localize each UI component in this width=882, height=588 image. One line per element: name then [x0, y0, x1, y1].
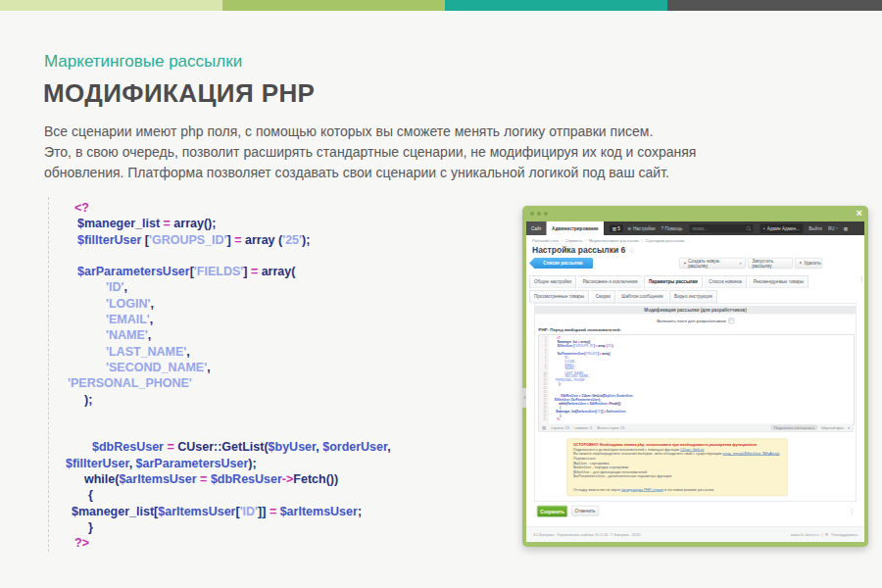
accent-segment-2 [222, 0, 445, 11]
code-block: <?$maneger_list = array();$fillterUser [… [48, 197, 510, 552]
status-total: Всего строк: 21 [597, 425, 624, 430]
support-link[interactable]: Техподдержка [831, 532, 858, 537]
run-mailing-button[interactable]: Запустить рассылку [748, 258, 793, 269]
top-accent-bar [0, 0, 882, 11]
accent-segment-1 [0, 0, 222, 11]
gear-icon: ⚙ [627, 225, 631, 231]
status-char: символ: 2 [574, 425, 592, 430]
admin-tab[interactable]: Администрирование [547, 221, 605, 235]
editor-code: <?$maneger_list = array();$fillterUser [… [549, 335, 633, 424]
close-icon: × [800, 261, 803, 266]
lang-select[interactable]: RU ▾ [828, 226, 838, 231]
page-title: МОДИФИКАЦИЯ PHP [43, 78, 315, 109]
create-label: Создать новую рассылку [688, 259, 738, 269]
mailing-lists-button[interactable]: Списки рассылки [529, 258, 593, 269]
line-numbers: 12345678910111213141516171819202122 [539, 335, 549, 424]
code-editor[interactable]: 12345678910111213141516171819202122 <?$m… [539, 335, 855, 425]
dark-bg-toggle[interactable]: Чёрный фон [821, 425, 844, 430]
breadcrumb-item[interactable]: Сервисы [564, 238, 582, 243]
intro-line: обновления. Платформа позволяет создават… [44, 163, 696, 183]
window-dots [530, 212, 548, 216]
notifications-count: 5 [617, 226, 620, 231]
screenshot-window: × › Сайт Администрирование ▥ 5 ⚙ Настрой… [522, 206, 868, 547]
intro-line: Все сценарии имеют php поля, с помощью к… [44, 122, 696, 142]
footer-separator: | [821, 532, 822, 537]
settings-panel: Модификация рассылки (для разработчиков)… [534, 303, 857, 502]
calendar-icon[interactable]: ▦ [844, 225, 848, 231]
shot-page-title: Настройка рассылки 6☆ [532, 245, 635, 255]
search-placeholder: поиск... [692, 226, 708, 231]
notifications-icon: ▥ [612, 226, 616, 231]
help-menu-item[interactable]: ? Помощь [662, 226, 683, 231]
favorite-star-icon[interactable]: ☆ [628, 246, 635, 255]
chevron-down-icon: ▾ [740, 262, 742, 266]
search-input[interactable]: поиск... [689, 224, 753, 233]
breadcrumb-item[interactable]: Сценарии рассылки [645, 238, 684, 243]
accent-segment-4 [667, 0, 882, 11]
checkbox-checked-icon[interactable] [728, 318, 734, 324]
breadcrumb[interactable]: Рабочий стол›Сервисы›Маркетинговые рассы… [532, 238, 684, 243]
php-field-label: PHP: Перед выборкой пользователей: [539, 327, 621, 332]
search-icon [746, 226, 750, 230]
create-mailing-button[interactable]: + Создать новую рассылку ▾ [679, 258, 746, 269]
tab-active[interactable]: Параметры рассылки [644, 275, 703, 288]
gear-icon: ⚙ [825, 532, 829, 537]
admin-footer: 1С-Битрикс: Управление сайтом 15.5.16. ©… [526, 526, 864, 542]
syntax-highlight-pill[interactable]: Подсветка синтаксиса [771, 425, 817, 431]
help-label: Помощь [665, 226, 683, 231]
eyebrow-label: Маркетинговые рассылки [44, 52, 242, 72]
logout-link[interactable]: Выйти [808, 226, 822, 231]
tab-row-1: Общие настройкиРасписание и исключенияПа… [529, 275, 860, 288]
user-menu[interactable]: ● Админ Админ... [760, 223, 803, 233]
tabs-overflow-icon[interactable]: ⋮ [859, 276, 865, 283]
action-row: Списки рассылки + Создать новую рассылку… [526, 258, 864, 269]
user-icon: ● [763, 227, 765, 230]
warning-box: ОСТОРОЖНО! Необходимы знания php, исполь… [567, 439, 788, 497]
footer-site-link[interactable]: www.1c-bitrix.ru [791, 532, 819, 537]
panel-header: Модификация рассылки (для разработчиков) [535, 306, 857, 315]
chevron-down-icon: ▾ [848, 425, 850, 429]
accent-segment-3 [445, 0, 667, 11]
cancel-button[interactable]: Отменить [571, 506, 599, 516]
status-line: строка: 21 [551, 425, 569, 430]
tab-item[interactable]: Список новинок [704, 275, 747, 288]
settings-menu-item[interactable]: ⚙ Настройки [627, 225, 655, 231]
dev-fields-checkbox-row[interactable]: Включить поля для разработчиков [535, 318, 857, 325]
tab-item[interactable]: Скидки [591, 290, 615, 303]
shot-title-text: Настройка рассылки 6 [532, 245, 625, 255]
help-icon: ? [662, 226, 664, 231]
settings-label: Настройки [633, 226, 656, 231]
window-close-icon[interactable]: × [857, 207, 862, 219]
form-buttons-row: Сохранить Отменить ⋮ [534, 506, 857, 516]
tab-item[interactable]: Общие настройки [529, 275, 576, 288]
plus-icon: + [684, 261, 687, 266]
admin-topnav: Сайт Администрирование ▥ 5 ⚙ Настройки ?… [526, 221, 864, 235]
intro-line: Это, в свою очередь, позволит расширять … [44, 142, 696, 163]
tab-item[interactable]: Рекомендуемые товары [749, 275, 808, 288]
more-options-icon[interactable]: ⋮ [850, 508, 856, 514]
checkbox-label: Включить поля для разработчиков [657, 318, 726, 323]
delete-label: Удалить [804, 261, 821, 266]
slide: { "theme": { "bg": "#f7f7f5", "accent_te… [0, 0, 882, 588]
tab-item[interactable]: Просмотренные товары [529, 290, 589, 303]
notifications-badge[interactable]: ▥ 5 [610, 224, 622, 232]
editor-menu-icon[interactable]: ▦ [542, 425, 546, 430]
tab-row-2: Просмотренные товарыСкидкиШаблон сообщен… [529, 290, 860, 303]
tab-item[interactable]: Видео инструкция [669, 290, 717, 303]
tab-item[interactable]: Расписание и исключения [578, 275, 643, 288]
save-button[interactable]: Сохранить [537, 506, 567, 517]
tab-item[interactable]: Шаблон сообщения [616, 290, 667, 303]
lang-label: RU [828, 226, 835, 231]
breadcrumb-item[interactable]: Рабочий стол [532, 238, 559, 243]
site-tab[interactable]: Сайт [526, 221, 547, 235]
chevron-down-icon: ▾ [836, 226, 838, 230]
intro-paragraph: Все сценарии имеют php поля, с помощью к… [44, 122, 696, 183]
breadcrumb-item[interactable]: Маркетинговые рассылки [589, 238, 639, 243]
delete-button[interactable]: × Удалить [795, 258, 822, 269]
admin-viewport: Сайт Администрирование ▥ 5 ⚙ Настройки ?… [526, 221, 864, 542]
user-name: Админ Админ... [767, 226, 800, 231]
editor-status-bar: ▦ строка: 21 символ: 2 Всего строк: 21 П… [539, 424, 854, 432]
footer-copyright: 1С-Битрикс: Управление сайтом 15.5.16. ©… [533, 532, 641, 537]
